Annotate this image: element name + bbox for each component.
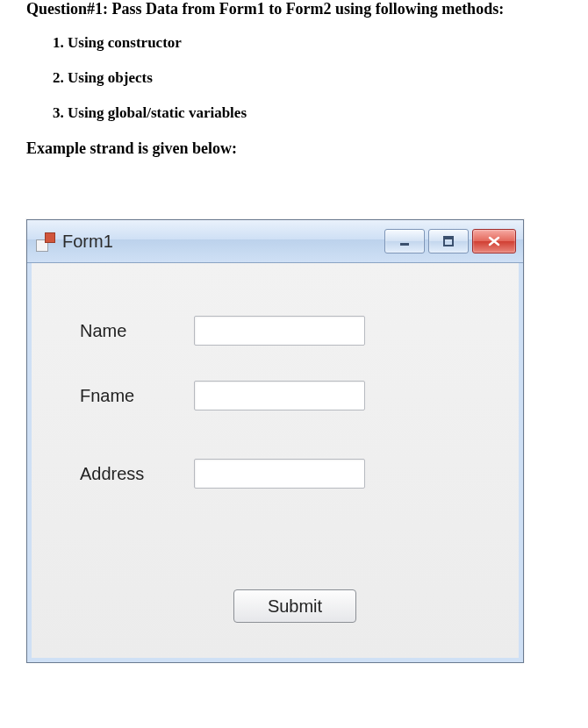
address-label: Address: [80, 464, 194, 484]
client-area: Name Fname Address Submit: [27, 263, 523, 662]
name-input[interactable]: [194, 316, 365, 346]
method-item: 2. Using objects: [53, 69, 562, 87]
fname-label: Fname: [80, 386, 194, 406]
svg-rect-0: [400, 243, 409, 246]
window-control-buttons: [384, 229, 516, 253]
example-caption: Example strand is given below:: [26, 139, 562, 158]
app-icon: [36, 232, 54, 250]
maximize-button[interactable]: [428, 229, 469, 253]
close-button[interactable]: [472, 229, 516, 253]
form-row: Name: [80, 316, 484, 346]
minimize-icon: [398, 235, 411, 247]
form-row: Fname: [80, 381, 484, 410]
form-row: Address: [80, 459, 484, 489]
minimize-button[interactable]: [384, 229, 425, 253]
fname-input[interactable]: [194, 381, 365, 410]
name-label: Name: [80, 321, 194, 341]
methods-list: 1. Using constructor 2. Using objects 3.…: [53, 34, 562, 122]
window-title: Form1: [62, 232, 384, 252]
method-item: 3. Using global/static variables: [53, 104, 562, 122]
method-item: 1. Using constructor: [53, 34, 562, 52]
maximize-icon: [442, 235, 455, 247]
question-title: Question#1: Pass Data from Form1 to Form…: [26, 0, 562, 18]
address-input[interactable]: [194, 459, 365, 489]
svg-rect-2: [444, 237, 453, 239]
submit-button[interactable]: Submit: [233, 589, 356, 623]
submit-row: Submit: [80, 589, 484, 623]
form1-window: Form1 Name Fname: [26, 219, 524, 663]
close-icon: [487, 235, 501, 247]
titlebar[interactable]: Form1: [27, 220, 523, 263]
